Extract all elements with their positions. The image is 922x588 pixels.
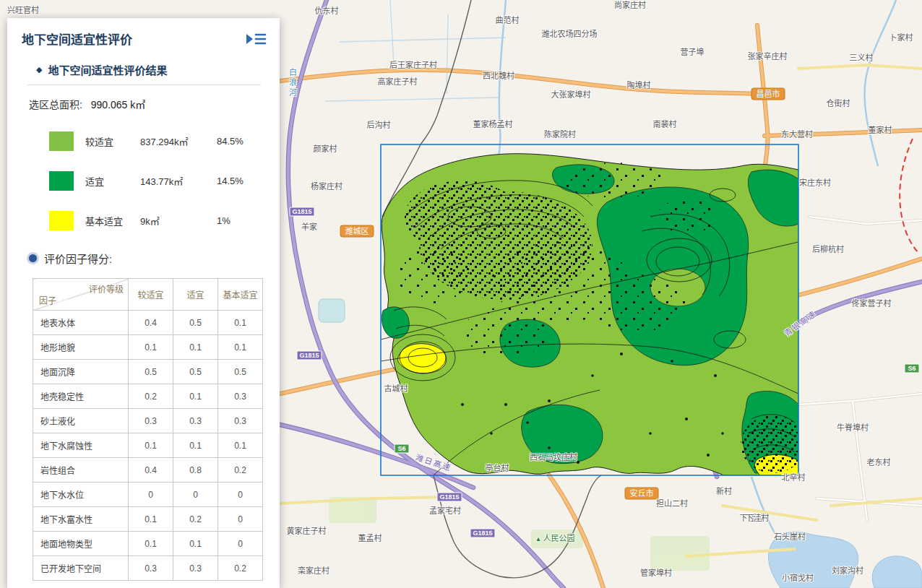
- table-row: 地下水腐蚀性0.10.10.1: [33, 433, 263, 458]
- legend-row: 适宜143.77k㎡14.5%: [49, 170, 280, 191]
- result-section-header: ◆ 地下空间适宜性评价结果: [27, 62, 261, 85]
- table-row: 地下水水位000: [33, 483, 263, 507]
- legend-row: 基本适宜9k㎡1%: [49, 210, 280, 230]
- collapse-panel-icon[interactable]: [245, 31, 267, 47]
- factor-name-cell: 砂土液化: [33, 409, 129, 433]
- column-header: 较适宜: [129, 279, 173, 311]
- factor-score-cell: 0.1: [173, 532, 218, 556]
- total-area-row: 选区总面积: 990.065 k㎡: [29, 97, 280, 111]
- factor-name-cell: 地面地物类型: [33, 532, 129, 556]
- factor-score-cell: 0.1: [129, 507, 173, 532]
- total-area-label: 选区总面积:: [29, 99, 82, 111]
- factor-name-cell: 地下水富水性: [33, 507, 129, 532]
- panel-title: 地下空间适宜性评价: [22, 30, 132, 48]
- factor-score-cell: 0.1: [129, 335, 173, 360]
- factor-name-cell: 地面沉降: [33, 360, 129, 384]
- factor-section-header: 评价因子得分:: [29, 251, 280, 266]
- factor-name-cell: 已开发地下空间: [33, 556, 129, 581]
- legend-percent: 84.5%: [217, 136, 244, 147]
- legend-row: 较适宜837.294k㎡84.5%: [49, 131, 280, 151]
- factor-score-cell: 0.1: [173, 384, 218, 409]
- pond: [319, 299, 345, 322]
- factor-score-cell: 0: [173, 483, 218, 507]
- table-row: 岩性组合0.40.80.2: [33, 458, 263, 483]
- legend-color-swatch: [49, 171, 74, 191]
- factor-score-cell: 0.5: [173, 360, 218, 384]
- factor-score-cell: 0: [218, 507, 263, 532]
- corner-label-grade: 评价等级: [89, 282, 124, 295]
- result-section-title: 地下空间适宜性评价结果: [48, 62, 167, 77]
- factor-score-cell: 0.4: [129, 458, 173, 483]
- evaluation-overlay: [381, 154, 806, 475]
- legend-area: 837.294k㎡: [140, 134, 217, 148]
- factor-name-cell: 地下水水位: [33, 483, 129, 507]
- factor-score-cell: 0.3: [218, 409, 263, 433]
- factor-score-cell: 0: [129, 483, 173, 507]
- legend-label: 适宜: [85, 174, 140, 188]
- factor-name-cell: 岩性组合: [33, 458, 129, 483]
- factor-score-cell: 0.1: [129, 532, 173, 556]
- suitability-legend: 较适宜837.294k㎡84.5%适宜143.77k㎡14.5%基本适宜9k㎡1…: [7, 131, 280, 230]
- table-row: 地下水富水性0.10.20: [33, 507, 263, 532]
- legend-area: 9k㎡: [140, 214, 217, 228]
- factor-score-cell: 0.1: [173, 335, 218, 360]
- factor-score-cell: 0.2: [218, 556, 263, 581]
- diamond-icon: ◆: [36, 65, 42, 74]
- factor-name-cell: 地下水腐蚀性: [33, 433, 129, 458]
- factor-score-cell: 0.8: [173, 458, 218, 483]
- factor-section-title: 评价因子得分:: [44, 251, 112, 266]
- table-row: 已开发地下空间0.30.30.2: [33, 556, 263, 581]
- table-row: 地形地貌0.10.10.1: [33, 335, 263, 360]
- factor-score-cell: 0.3: [218, 384, 263, 409]
- factor-score-cell: 0: [218, 532, 263, 556]
- table-row: 地表水体0.40.50.1: [33, 311, 263, 335]
- factor-score-cell: 0.2: [218, 458, 263, 483]
- factor-score-cell: 0.1: [129, 433, 173, 458]
- factor-score-cell: 0.1: [173, 433, 218, 458]
- legend-color-swatch: [49, 131, 74, 151]
- factor-score-cell: 0.3: [173, 409, 218, 433]
- table-row: 地面地物类型0.10.10: [33, 532, 263, 556]
- table-corner-cell: 评价等级 因子: [33, 279, 129, 311]
- column-header: 适宜: [173, 279, 218, 311]
- panel-header: 地下空间适宜性评价: [7, 18, 280, 53]
- legend-area: 143.77k㎡: [140, 174, 217, 188]
- factor-score-cell: 0.5: [218, 360, 263, 384]
- factor-score-cell: 0.2: [129, 384, 173, 409]
- factor-score-cell: 0.2: [173, 507, 218, 532]
- table-row: 地面沉降0.50.50.5: [33, 360, 263, 384]
- factor-score-cell: 0.1: [218, 433, 263, 458]
- legend-color-swatch: [49, 211, 74, 230]
- evaluation-panel: 地下空间适宜性评价 ◆ 地下空间适宜性评价结果 选区总面积: 990.065 k…: [7, 18, 280, 588]
- factor-score-cell: 0.4: [129, 311, 173, 335]
- factor-score-cell: 0.5: [129, 360, 173, 384]
- table-row: 砂土液化0.30.30.3: [33, 409, 263, 433]
- bullet-icon: [29, 254, 37, 262]
- legend-label: 较适宜: [85, 134, 140, 148]
- factor-score-cell: 0.3: [129, 556, 173, 581]
- factor-name-cell: 地形地貌: [33, 335, 129, 360]
- app-stage: 兴旺官村尚家庄村仇东村曲范村潍北农场四分场卜家村营子埠张家辛庄村三义村后王家庄子…: [0, 0, 922, 588]
- total-area-value: 990.065 k㎡: [91, 99, 146, 111]
- legend-label: 基本适宜: [85, 214, 140, 228]
- factor-name-cell: 地壳稳定性: [33, 384, 129, 409]
- table-row: 地壳稳定性0.20.10.3: [33, 384, 263, 409]
- corner-label-factor: 因子: [39, 294, 56, 306]
- factor-score-table: 评价等级 因子 较适宜 适宜 基本适宜 地表水体0.40.50.1地形地貌0.1…: [33, 278, 263, 581]
- factor-score-cell: 0.5: [173, 311, 218, 335]
- column-header: 基本适宜: [218, 279, 263, 311]
- factor-score-cell: 0.3: [173, 556, 218, 581]
- factor-name-cell: 地表水体: [33, 311, 129, 335]
- factor-score-cell: 0.1: [218, 335, 263, 360]
- factor-score-cell: 0: [218, 483, 263, 507]
- factor-score-cell: 0.1: [218, 311, 263, 335]
- legend-percent: 14.5%: [217, 176, 244, 186]
- factor-score-cell: 0.3: [129, 409, 173, 433]
- legend-percent: 1%: [217, 215, 231, 226]
